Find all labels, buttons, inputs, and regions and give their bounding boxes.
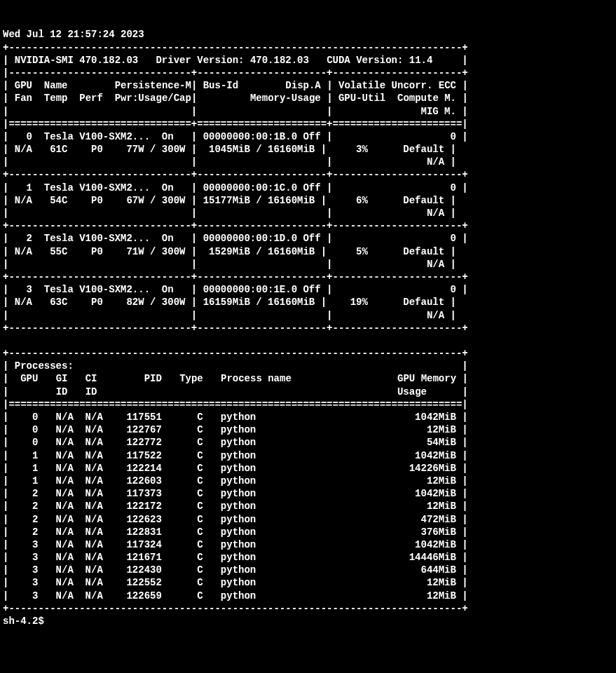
processes-title: Processes: [15, 360, 74, 372]
border-top: +---------------------------------------… [3, 42, 468, 53]
proc-col-type: Type [179, 373, 203, 384]
shell-prompt[interactable]: sh-4.2$ [3, 616, 50, 627]
proc-col-ci-sub: ID [85, 386, 97, 397]
col-gpu-util: GPU-Util [338, 93, 385, 104]
proc-col-gi-sub: ID [56, 386, 68, 397]
col-gpu: GPU [15, 80, 32, 91]
terminal-output: Wed Jul 12 21:57:24 2023 +--------------… [3, 28, 616, 627]
col-fan: Fan [15, 93, 32, 104]
col-perf: Perf [79, 93, 103, 104]
col-disp-a: Disp.A [285, 80, 320, 91]
col-bus-id: Bus-Id [203, 80, 238, 91]
col-memory: Memory-Usage [250, 93, 321, 104]
col-compute: Compute M. [397, 93, 456, 104]
process-rows: | 0 N/A N/A 117551 C python 1042MiB | | … [3, 412, 468, 601]
proc-col-gpu: GPU [20, 373, 38, 384]
proc-col-gi: GI [56, 373, 68, 384]
proc-col-memory: GPU Memory [397, 373, 456, 384]
gpu-rows: | 0 Tesla V100-SXM2... On | 00000000:00:… [3, 131, 468, 321]
driver-version: Driver Version: 470.182.03 [156, 55, 308, 66]
cuda-version: CUDA Version: 11.4 [327, 55, 432, 66]
smi-version: NVIDIA-SMI 470.182.03 [15, 55, 138, 66]
proc-col-ci: CI [85, 373, 97, 384]
col-volatile: Volatile Uncorr. ECC [338, 80, 456, 91]
col-mig: MIG M. [421, 106, 456, 117]
col-pwr: Pwr:Usage/Cap [115, 93, 191, 104]
timestamp: Wed Jul 12 21:57:24 2023 [3, 29, 144, 40]
col-temp: Temp [44, 93, 68, 104]
proc-col-pid: PID [144, 373, 162, 384]
col-persistence: Persistence-M [115, 80, 191, 91]
col-name: Name [44, 80, 68, 91]
proc-col-mem-sub: Usage [397, 386, 427, 397]
proc-col-name: Process name [221, 373, 292, 384]
